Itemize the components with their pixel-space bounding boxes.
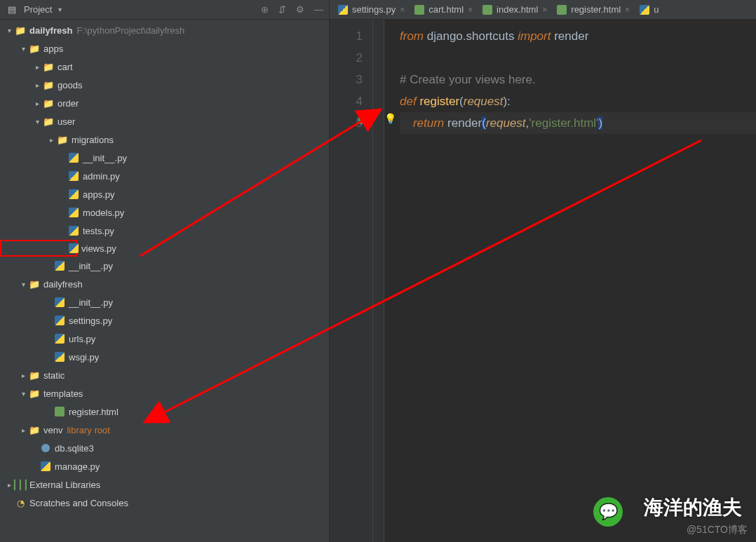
external-libraries[interactable]: ▸ ┃┃┃ External Libraries — [0, 475, 329, 494]
chevron-down-icon: ▾ — [18, 280, 28, 288]
folder-icon: 📁 — [56, 135, 69, 145]
python-file-icon — [69, 189, 79, 199]
tree-folder-dailyfresh[interactable]: ▾ 📁 dailyfresh — [0, 275, 329, 293]
python-file-icon — [69, 171, 79, 181]
python-file-icon — [69, 243, 79, 253]
folder-icon: 📁 — [42, 98, 55, 109]
tree-folder-templates[interactable]: ▾ 📁 templates — [0, 384, 329, 402]
close-icon[interactable]: × — [468, 5, 473, 15]
project-title: Project — [24, 4, 52, 15]
close-icon[interactable]: × — [625, 5, 630, 15]
folder-icon: 📁 — [42, 80, 55, 90]
tree-file[interactable]: __init__.py — [0, 293, 329, 311]
code-content[interactable]: from django.shortcuts import render # Cr… — [384, 20, 756, 542]
html-file-icon — [414, 5, 424, 15]
file-label: manage.py — [55, 461, 100, 472]
tab-partial[interactable]: u — [634, 1, 663, 19]
tree-folder-goods[interactable]: ▸ 📁 goods — [0, 76, 329, 94]
folder-label: static — [43, 370, 65, 381]
file-label: views.py — [81, 243, 116, 254]
chevron-right-icon: ▸ — [18, 372, 28, 379]
chevron-down-icon: ▾ — [18, 45, 28, 53]
project-sidebar: ▤ Project ▾ ⊕ ⇵ ⚙ — ▾ 📁 dailyfresh F:\py… — [0, 0, 330, 542]
close-icon[interactable]: × — [400, 5, 405, 15]
python-file-icon — [55, 316, 65, 325]
sidebar-header: ▤ Project ▾ ⊕ ⇵ ⚙ — — [0, 0, 329, 20]
tree-folder-order[interactable]: ▸ 📁 order — [0, 94, 329, 112]
chevron-right-icon: ▸ — [32, 100, 42, 107]
file-label: urls.py — [69, 334, 95, 344]
tab-cart[interactable]: cart.html× — [409, 1, 477, 19]
chevron-right-icon: ▸ — [46, 136, 56, 144]
tab-register[interactable]: register.html× — [551, 1, 634, 19]
ext-lib-label: External Libraries — [29, 480, 100, 490]
hide-icon[interactable]: — — [314, 4, 323, 15]
tab-index[interactable]: index.html× — [477, 1, 551, 19]
tree-folder-user[interactable]: ▾ 📁 user — [0, 112, 329, 130]
intention-bulb-icon[interactable]: 💡 — [384, 113, 396, 124]
gear-icon[interactable]: ⚙ — [296, 4, 304, 15]
python-file-icon — [55, 334, 65, 344]
scratches-consoles[interactable]: ◔ Scratches and Consoles — [0, 494, 329, 512]
tree-file[interactable]: wsgi.py — [0, 348, 329, 366]
folder-label: order — [58, 98, 79, 109]
tree-file[interactable]: __init__.py — [0, 257, 329, 275]
python-file-icon — [338, 5, 348, 15]
tree-file-views-highlighted[interactable]: views.py — [0, 240, 77, 257]
tab-settings[interactable]: settings.py× — [332, 1, 409, 19]
file-label: apps.py — [83, 189, 115, 200]
tree-file[interactable]: __init__.py — [0, 149, 329, 167]
tree-folder-venv[interactable]: ▸ 📁 venv library root — [0, 421, 329, 439]
tree-file[interactable]: urls.py — [0, 330, 329, 348]
tree-file-db[interactable]: db.sqlite3 — [0, 439, 329, 457]
folder-icon: 📁 — [28, 425, 41, 435]
tab-label: register.html — [571, 4, 621, 15]
tab-label: u — [654, 4, 659, 15]
library-root-label: library root — [67, 425, 109, 435]
folder-icon: 📁 — [28, 43, 41, 54]
folder-icon: 📁 — [28, 279, 41, 290]
folder-label: dailyfresh — [43, 279, 83, 290]
code-editor[interactable]: 12345 from django.shortcuts import rende… — [330, 20, 756, 542]
tree-file-register-html[interactable]: register.html — [0, 402, 329, 421]
folder-icon: 📁 — [42, 62, 55, 72]
code-line: # Create your views here. — [400, 69, 756, 90]
file-label: tests.py — [83, 226, 114, 236]
code-line: def register(request): — [400, 90, 756, 112]
tree-folder-cart[interactable]: ▸ 📁 cart — [0, 57, 329, 76]
file-label: __init__.py — [69, 297, 113, 308]
tree-root[interactable]: ▾ 📁 dailyfresh F:\pythonProject\dailyfre… — [0, 21, 329, 39]
project-tree[interactable]: ▾ 📁 dailyfresh F:\pythonProject\dailyfre… — [0, 20, 329, 542]
target-icon[interactable]: ⊕ — [261, 4, 269, 15]
tree-file[interactable]: models.py — [0, 203, 329, 222]
tree-file[interactable]: settings.py — [0, 311, 329, 330]
code-line: from django.shortcuts import render — [400, 25, 756, 47]
close-icon[interactable]: × — [542, 5, 547, 15]
file-label: wsgi.py — [69, 352, 99, 363]
tree-folder-migrations[interactable]: ▸ 📁 migrations — [0, 130, 329, 149]
tree-folder-static[interactable]: ▸ 📁 static — [0, 366, 329, 384]
tree-file-manage[interactable]: manage.py — [0, 457, 329, 475]
chevron-right-icon: ▸ — [32, 63, 42, 71]
folder-label: venv — [43, 425, 62, 435]
libraries-icon: ┃┃┃ — [14, 480, 27, 490]
python-file-icon — [640, 5, 649, 15]
chevron-down-icon: ▾ — [4, 27, 14, 34]
html-file-icon — [482, 5, 492, 15]
scratches-label: Scratches and Consoles — [29, 498, 128, 508]
fold-gutter[interactable] — [373, 20, 384, 542]
folder-icon: 📁 — [42, 116, 55, 127]
tree-file[interactable]: apps.py — [0, 185, 329, 203]
chevron-down-icon: ▾ — [18, 390, 28, 398]
tree-folder-apps[interactable]: ▾ 📁 apps — [0, 39, 329, 57]
chevron-right-icon: ▸ — [18, 426, 28, 434]
project-icon: ▤ — [6, 4, 18, 15]
folder-label: apps — [43, 43, 63, 54]
tree-file[interactable]: tests.py — [0, 222, 329, 240]
file-label: db.sqlite3 — [55, 443, 94, 454]
collapse-icon[interactable]: ⇵ — [278, 4, 286, 15]
project-selector[interactable]: ▤ Project ▾ — [6, 4, 65, 15]
python-file-icon — [55, 352, 65, 362]
code-line — [400, 47, 756, 69]
tree-file[interactable]: admin.py — [0, 167, 329, 185]
